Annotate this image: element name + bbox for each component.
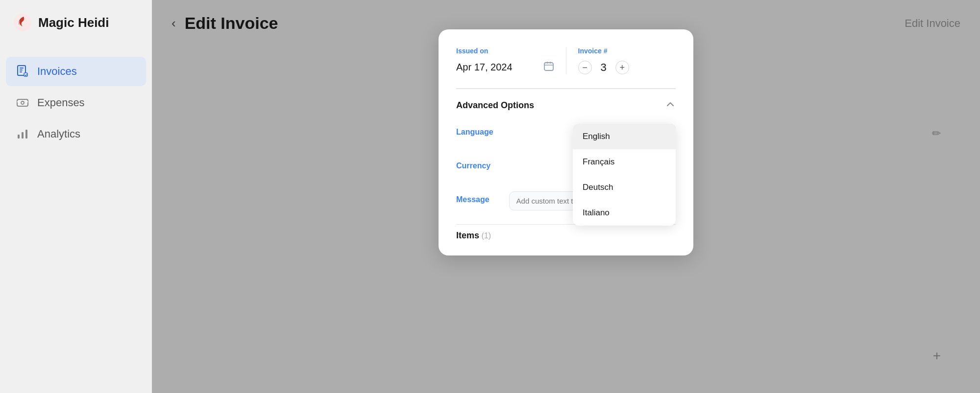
issued-on-value-row: Apr 17, 2024 [456,61,554,74]
svg-rect-15 [550,62,551,64]
sidebar-item-label-invoices: Invoices [37,65,77,78]
svg-point-7 [21,101,24,104]
svg-rect-6 [17,99,28,106]
invoice-num-stepper: − 3 + [578,61,676,74]
svg-rect-11 [22,132,24,139]
items-row: Items (1) [456,224,676,241]
svg-rect-3 [20,69,23,70]
svg-rect-10 [18,135,20,139]
language-option-francais[interactable]: Français [573,149,676,175]
language-option-deutsch[interactable]: Deutsch [573,175,676,200]
svg-point-0 [14,14,31,31]
svg-rect-14 [547,62,548,64]
sidebar-item-analytics[interactable]: Analytics [6,119,146,149]
chevron-up-icon [665,99,676,112]
sidebar-logo-text: Magic Heidi [38,15,109,30]
divider [456,88,676,89]
language-dropdown-wrapper: English ▾ English Français Deutsch Itali… [578,124,676,144]
sidebar-logo: Magic Heidi [0,0,152,45]
language-option-italiano[interactable]: Italiano [573,200,676,226]
advanced-options-header[interactable]: Advanced Options [456,99,676,112]
modal-top-row: Issued on Apr 17, 2024 [456,47,676,74]
svg-rect-2 [20,68,24,69]
invoice-num-value: 3 [601,61,607,74]
invoice-num-label: Invoice # [578,47,676,55]
items-label: Items (1) [456,231,491,241]
edit-invoice-modal: Issued on Apr 17, 2024 [439,29,693,255]
sidebar: Magic Heidi Invoices [0,0,152,393]
issued-on-section: Issued on Apr 17, 2024 [456,47,566,74]
message-label: Message [456,191,490,204]
issued-on-value: Apr 17, 2024 [456,62,513,73]
sidebar-item-label-analytics: Analytics [37,128,80,140]
advanced-options-title: Advanced Options [456,100,534,111]
currency-label: Currency [456,158,490,170]
sidebar-item-invoices[interactable]: Invoices [6,57,146,86]
increment-button[interactable]: + [615,61,629,74]
language-dropdown-list: English Français Deutsch Italiano [573,124,676,226]
sidebar-item-label-expenses: Expenses [37,96,85,109]
svg-rect-8 [17,101,19,102]
svg-rect-9 [26,101,28,102]
calendar-icon[interactable] [543,61,554,74]
items-count: (1) [481,231,491,240]
modal-overlay: Issued on Apr 17, 2024 [152,0,980,393]
analytics-icon [16,127,29,141]
logo-icon [14,14,31,31]
language-label: Language [456,124,493,137]
svg-rect-4 [20,71,22,72]
main-content: ‹ Edit Invoice Edit Invoice ✏ + Issued o… [152,0,980,393]
sidebar-item-expenses[interactable]: Expenses [6,88,146,117]
svg-rect-12 [25,130,27,139]
sidebar-nav: Invoices Expenses [0,57,152,149]
svg-rect-13 [544,63,553,70]
expenses-icon [16,96,29,110]
language-row: Language English ▾ English Français Deut… [456,124,676,144]
invoices-icon [16,65,29,78]
items-label-text: Items [456,231,479,240]
issued-on-label: Issued on [456,47,554,55]
decrement-button[interactable]: − [578,61,592,74]
invoice-num-section: Invoice # − 3 + [566,47,676,74]
language-option-english[interactable]: English [573,124,676,149]
